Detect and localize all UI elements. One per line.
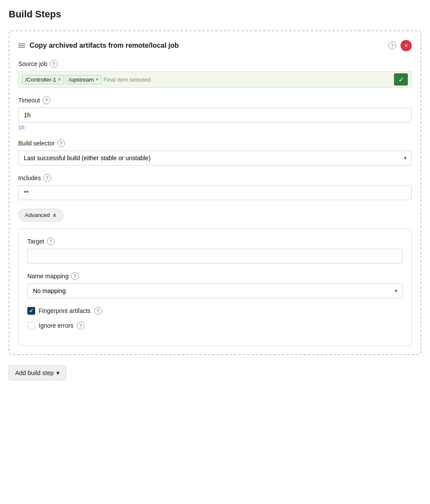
build-selector-label: Build selector ? xyxy=(18,139,412,147)
tag-1-close-icon[interactable]: × xyxy=(58,77,61,82)
includes-label: Includes ? xyxy=(18,174,412,182)
name-mapping-field: Name mapping ? No mapping Custom mapping… xyxy=(27,272,403,298)
timeout-hint: 1h xyxy=(18,124,412,131)
fingerprint-artifacts-row: Fingerprint artifacts ? xyxy=(27,307,403,315)
name-mapping-wrapper: No mapping Custom mapping ▾ xyxy=(27,283,403,298)
page-title: Build Steps xyxy=(9,9,421,20)
source-job-field: Source job ? /Controller-1 × /upstream ×… xyxy=(18,60,412,88)
target-input[interactable] xyxy=(27,249,403,264)
source-job-help-icon[interactable]: ? xyxy=(50,60,58,68)
build-selector-select[interactable]: Last successful build (either stable or … xyxy=(18,151,412,165)
close-icon: × xyxy=(404,43,408,49)
build-selector-help-icon[interactable]: ? xyxy=(57,139,65,147)
step-close-button[interactable]: × xyxy=(400,40,412,51)
name-mapping-help-icon[interactable]: ? xyxy=(71,272,79,280)
name-mapping-select[interactable]: No mapping Custom mapping xyxy=(27,283,403,298)
source-job-input[interactable]: /Controller-1 × /upstream × Final item s… xyxy=(18,71,412,88)
add-build-step-chevron-icon: ▾ xyxy=(56,369,59,376)
source-placeholder: Final item selected. xyxy=(103,76,392,83)
source-job-label: Source job ? xyxy=(18,60,412,68)
step-help-icon[interactable]: ? xyxy=(388,42,396,49)
ignore-errors-checkbox[interactable] xyxy=(27,322,35,329)
timeout-help-icon[interactable]: ? xyxy=(43,96,50,104)
ignore-errors-label: Ignore errors xyxy=(39,322,73,329)
timeout-field: Timeout ? 1h xyxy=(18,96,412,131)
source-tag-2[interactable]: /upstream × xyxy=(66,75,102,84)
ignore-errors-help-icon[interactable]: ? xyxy=(77,322,85,329)
advanced-toggle-button[interactable]: Advanced ∧ xyxy=(18,209,63,221)
add-build-step-button[interactable]: Add build step ▾ xyxy=(9,366,66,380)
includes-help-icon[interactable]: ? xyxy=(43,174,51,182)
svg-rect-2 xyxy=(18,47,25,48)
source-tag-1[interactable]: /Controller-1 × xyxy=(22,75,64,84)
fingerprint-artifacts-checkbox[interactable] xyxy=(27,307,35,315)
tag-2-close-icon[interactable]: × xyxy=(95,77,98,82)
timeout-label: Timeout ? xyxy=(18,96,412,104)
target-field: Target ? xyxy=(27,237,403,264)
target-help-icon[interactable]: ? xyxy=(47,237,55,245)
includes-input[interactable] xyxy=(18,185,412,200)
ignore-errors-row: Ignore errors ? xyxy=(27,322,403,329)
target-label: Target ? xyxy=(27,237,403,245)
build-selector-field: Build selector ? Last successful build (… xyxy=(18,139,412,165)
advanced-section: Target ? Name mapping ? No mapping Custo… xyxy=(18,228,412,346)
includes-field: Includes ? xyxy=(18,174,412,200)
drag-handle-icon[interactable] xyxy=(18,42,25,49)
fingerprint-artifacts-label: Fingerprint artifacts xyxy=(39,307,91,314)
svg-rect-0 xyxy=(18,43,25,44)
source-confirm-button[interactable]: ✓ xyxy=(394,73,408,86)
step-title: Copy archived artifacts from remote/loca… xyxy=(30,42,384,49)
fingerprint-artifacts-help-icon[interactable]: ? xyxy=(94,307,102,315)
advanced-chevron-icon: ∧ xyxy=(53,212,57,218)
build-steps-container: Copy archived artifacts from remote/loca… xyxy=(9,30,421,355)
step-card: Copy archived artifacts from remote/loca… xyxy=(18,40,412,346)
add-build-step-label: Add build step xyxy=(15,369,54,376)
timeout-input[interactable] xyxy=(18,108,412,122)
step-header: Copy archived artifacts from remote/loca… xyxy=(18,40,412,51)
advanced-label: Advanced xyxy=(25,212,50,218)
name-mapping-label: Name mapping ? xyxy=(27,272,403,280)
svg-rect-1 xyxy=(18,45,25,46)
build-selector-wrapper: Last successful build (either stable or … xyxy=(18,151,412,165)
